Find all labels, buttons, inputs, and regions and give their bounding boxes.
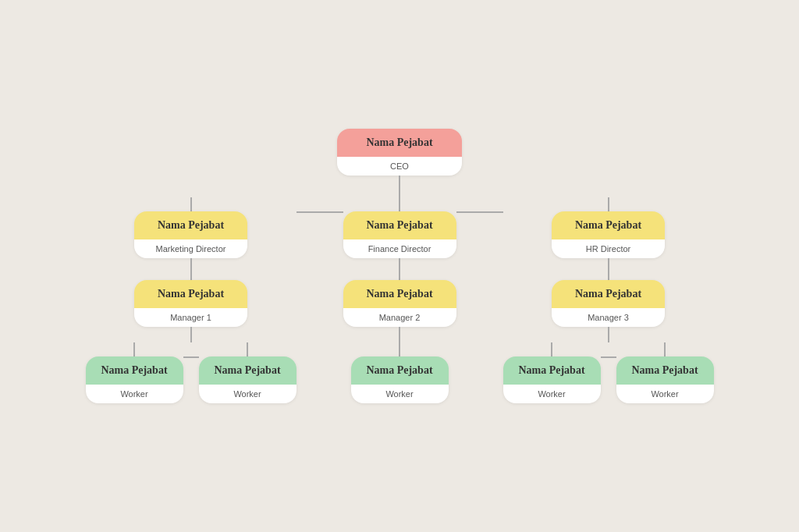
stem-manager3-down — [608, 327, 609, 342]
node-ceo-name: Nama Pejabat — [337, 129, 462, 157]
root-tree: Nama Pejabat CEO Nama Pejabat Marketing … — [86, 129, 714, 403]
stem-marketing-down — [190, 258, 192, 280]
node-hr-director: Nama Pejabat HR Director — [552, 211, 665, 258]
node-finance-name: Nama Pejabat — [343, 211, 456, 239]
node-worker5-name: Nama Pejabat — [616, 356, 714, 385]
worker2-col: Nama Pejabat Worker — [199, 342, 297, 403]
node-worker3: Nama Pejabat Worker — [351, 356, 449, 403]
stub-finance-up — [399, 197, 400, 211]
node-manager2-title: Manager 2 — [343, 308, 456, 327]
node-worker3-title: Worker — [351, 385, 449, 403]
node-manager3-title: Manager 3 — [552, 308, 665, 327]
director-hr-col: Nama Pejabat HR Director Nama Pejabat Ma… — [503, 197, 714, 403]
node-worker2-name: Nama Pejabat — [199, 356, 297, 385]
node-manager1: Nama Pejabat Manager 1 — [134, 280, 247, 327]
director-marketing-col: Nama Pejabat Marketing Director Nama Pej… — [86, 197, 297, 403]
h-bar-left — [297, 211, 343, 213]
node-worker5: Nama Pejabat Worker — [616, 356, 714, 403]
node-marketing-director: Nama Pejabat Marketing Director — [134, 211, 247, 258]
node-worker4-title: Worker — [503, 385, 601, 403]
worker5-col: Nama Pejabat Worker — [616, 342, 714, 403]
stub-marketing-up — [190, 197, 192, 211]
node-hr-name: Nama Pejabat — [552, 211, 665, 239]
director-finance-col: Nama Pejabat Finance Director Nama Pejab… — [343, 197, 456, 403]
node-worker4: Nama Pejabat Worker — [503, 356, 601, 403]
worker1-col: Nama Pejabat Worker — [86, 342, 183, 403]
org-chart: Nama Pejabat CEO Nama Pejabat Marketing … — [0, 113, 799, 419]
node-manager2: Nama Pejabat Manager 2 — [343, 280, 456, 327]
node-manager3-name: Nama Pejabat — [552, 280, 665, 308]
node-worker2-title: Worker — [199, 385, 297, 403]
node-worker1-title: Worker — [86, 385, 183, 403]
node-finance-title: Finance Director — [343, 239, 456, 258]
node-worker2: Nama Pejabat Worker — [199, 356, 297, 403]
node-worker1-name: Nama Pejabat — [86, 356, 183, 385]
node-manager1-title: Manager 1 — [134, 308, 247, 327]
stem-finance-down — [399, 258, 400, 280]
node-worker5-title: Worker — [616, 385, 714, 403]
stem-ceo — [399, 176, 400, 197]
node-ceo-title: CEO — [337, 157, 462, 176]
stem-hr-down — [608, 258, 609, 280]
node-marketing-title: Marketing Director — [134, 239, 247, 258]
node-manager1-name: Nama Pejabat — [134, 280, 247, 308]
node-marketing-name: Nama Pejabat — [134, 211, 247, 239]
node-worker4-name: Nama Pejabat — [503, 356, 601, 385]
h-bar-right — [456, 211, 503, 213]
worker4-col: Nama Pejabat Worker — [503, 342, 601, 403]
node-finance-director: Nama Pejabat Finance Director — [343, 211, 456, 258]
stem-manager1-down — [190, 327, 192, 342]
node-ceo: Nama Pejabat CEO — [337, 129, 462, 176]
node-worker3-name: Nama Pejabat — [351, 356, 449, 385]
stub-hr-up — [608, 197, 609, 211]
node-worker1: Nama Pejabat Worker — [86, 356, 183, 403]
node-manager3: Nama Pejabat Manager 3 — [552, 280, 665, 327]
node-manager2-name: Nama Pejabat — [343, 280, 456, 308]
node-hr-title: HR Director — [552, 239, 665, 258]
stem-manager2-down — [399, 327, 400, 342]
